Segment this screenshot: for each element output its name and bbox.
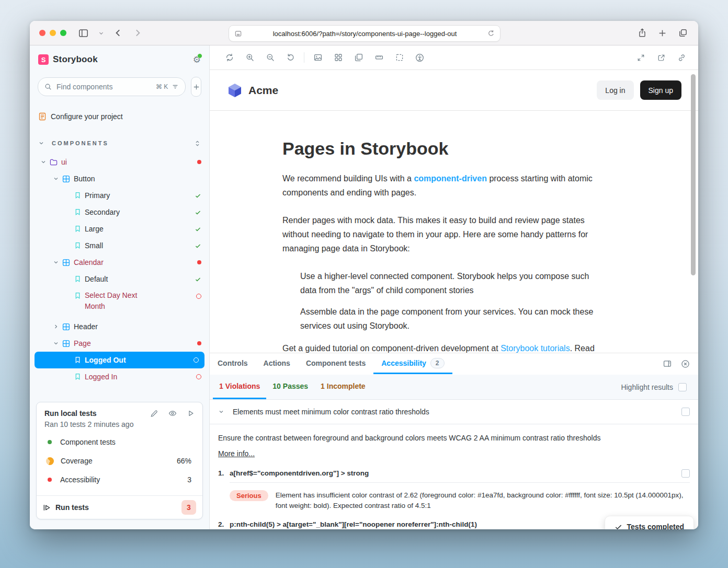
chevron-down-icon[interactable] <box>98 21 104 45</box>
close-window-button[interactable] <box>39 30 46 36</box>
failed-tests-badge[interactable]: 3 <box>181 500 196 515</box>
collapse-all-icon[interactable] <box>194 140 201 147</box>
sidebar-item-primary[interactable]: Primary <box>30 187 209 204</box>
test-widget-title: Run local tests <box>44 409 97 418</box>
reset-zoom-icon[interactable] <box>280 53 301 62</box>
settings-gear-icon[interactable]: ⚙ <box>193 54 201 65</box>
more-info-link[interactable]: More info... <box>218 449 690 458</box>
rule-checkbox[interactable] <box>681 408 690 416</box>
fullscreen-icon[interactable] <box>631 54 651 62</box>
sidebar-item-calendar[interactable]: Calendar <box>30 254 209 271</box>
sidebar-item-page[interactable]: Page <box>30 335 209 352</box>
accessibility-row[interactable]: Accessibility 3 <box>44 470 195 489</box>
brand-title[interactable]: Storybook <box>53 54 98 65</box>
measure-ruler-icon[interactable] <box>369 53 389 62</box>
pass-check-icon <box>195 276 201 283</box>
pending-circle-icon <box>194 357 199 363</box>
paragraph-2: Render pages with mock data. This makes … <box>282 213 605 256</box>
remount-icon[interactable] <box>219 53 240 62</box>
preview-scrollbar[interactable] <box>691 74 696 275</box>
section-label: COMPONENTS <box>52 140 109 146</box>
open-new-tab-icon[interactable] <box>651 54 672 62</box>
component-icon <box>62 323 70 331</box>
url-text[interactable]: localhost:6006/?path=/story/components-u… <box>242 30 487 38</box>
grid-icon[interactable] <box>328 53 348 62</box>
reload-icon[interactable] <box>487 30 495 37</box>
panel-position-icon[interactable] <box>663 360 672 368</box>
component-driven-link[interactable]: component-driven <box>414 174 487 183</box>
passes-tab[interactable]: 10 Passes <box>266 375 314 399</box>
paragraph-1: We recommend building UIs with a compone… <box>282 171 605 200</box>
close-panel-icon[interactable] <box>681 360 690 368</box>
minimize-window-button[interactable] <box>50 30 56 36</box>
violation-rule-row[interactable]: Elements must meet minimum color contras… <box>210 399 698 424</box>
viewport-icon[interactable] <box>348 53 369 62</box>
share-icon[interactable] <box>638 21 647 45</box>
zoom-window-button[interactable] <box>60 30 66 36</box>
item-number: 2. <box>218 520 230 528</box>
tab-controls[interactable]: Controls <box>210 353 256 374</box>
story-preview: Acme Log in Sign up Pages in Storybook W… <box>210 70 698 353</box>
sidebar-item-small[interactable]: Small <box>30 237 209 254</box>
zoom-in-icon[interactable] <box>240 53 260 62</box>
sidebar-item-ui[interactable]: ui <box>30 154 209 170</box>
filter-icon[interactable] <box>172 83 179 90</box>
tab-actions[interactable]: Actions <box>256 353 298 374</box>
sidebar-item-secondary[interactable]: Secondary <box>30 204 209 221</box>
sidebar-item-logged-in[interactable]: Logged In <box>30 368 209 385</box>
pass-check-icon <box>195 209 201 216</box>
tab-overview-icon[interactable] <box>678 21 688 45</box>
storybook-tutorials-link[interactable]: Storybook tutorials <box>500 344 570 353</box>
tests-completed-toast[interactable]: Tests completed <box>605 516 694 529</box>
sidebar-item-default[interactable]: Default <box>30 271 209 287</box>
sidebar-item-select-day-next-month[interactable]: Select Day Next Month <box>30 287 209 318</box>
watch-eye-icon[interactable] <box>168 409 177 418</box>
website-settings-icon[interactable] <box>234 30 242 38</box>
back-button[interactable] <box>113 21 123 45</box>
story-bookmark-icon <box>74 356 81 364</box>
green-dot-icon <box>48 440 52 444</box>
backgrounds-icon[interactable] <box>308 53 328 62</box>
highlight-results-checkbox[interactable] <box>678 383 687 391</box>
component-tests-row[interactable]: Component tests <box>44 433 195 451</box>
copy-link-icon[interactable] <box>672 54 692 62</box>
pass-check-icon <box>195 226 201 233</box>
accessibility-vision-icon[interactable] <box>410 53 430 62</box>
incomplete-tab[interactable]: 1 Incomplete <box>314 375 372 399</box>
tab-component-tests[interactable]: Component tests <box>298 353 373 374</box>
play-icon[interactable] <box>187 409 195 418</box>
address-bar[interactable]: localhost:6006/?path=/story/components-u… <box>229 25 500 42</box>
sidebar-toggle-icon[interactable] <box>78 21 88 45</box>
new-tab-icon[interactable] <box>658 21 667 45</box>
canvas-toolbar <box>210 45 698 70</box>
component-icon <box>62 175 70 183</box>
create-story-button[interactable] <box>191 77 201 97</box>
test-item-label: Accessibility <box>60 476 100 484</box>
test-widget-subtitle: Ran 10 tests 2 minutes ago <box>44 420 195 428</box>
search-box[interactable]: ⌘ K <box>38 77 186 96</box>
signup-button[interactable]: Sign up <box>640 80 681 100</box>
sidebar-item-logged-out[interactable]: Logged Out <box>35 352 204 368</box>
test-item-value: 66% <box>177 457 191 465</box>
edit-icon[interactable] <box>150 409 158 418</box>
sidebar-item-header[interactable]: Header <box>30 318 209 335</box>
forward-button[interactable] <box>133 21 142 45</box>
violations-tab[interactable]: 1 Violations <box>213 375 266 399</box>
tab-accessibility[interactable]: Accessibility2 <box>373 353 452 374</box>
list-item: Use a higher-level connected component. … <box>300 269 605 297</box>
component-icon <box>62 340 70 347</box>
highlight-results-label: Highlight results <box>621 383 673 391</box>
run-tests-button[interactable]: Run tests <box>43 503 89 512</box>
search-input[interactable] <box>55 82 152 91</box>
outline-icon[interactable] <box>389 53 410 62</box>
components-section-header[interactable]: COMPONENTS <box>38 138 201 148</box>
sidebar-item-button[interactable]: Button <box>30 170 209 187</box>
zoom-out-icon[interactable] <box>260 53 280 62</box>
coverage-row[interactable]: Coverage 66% <box>44 451 195 470</box>
item-checkbox[interactable] <box>681 469 690 478</box>
sidebar-item-large[interactable]: Large <box>30 221 209 237</box>
page-title: Pages in Storybook <box>282 138 605 159</box>
login-button[interactable]: Log in <box>597 80 633 100</box>
configure-project-link[interactable]: Configure your project <box>38 110 201 123</box>
story-bookmark-icon <box>74 292 81 299</box>
